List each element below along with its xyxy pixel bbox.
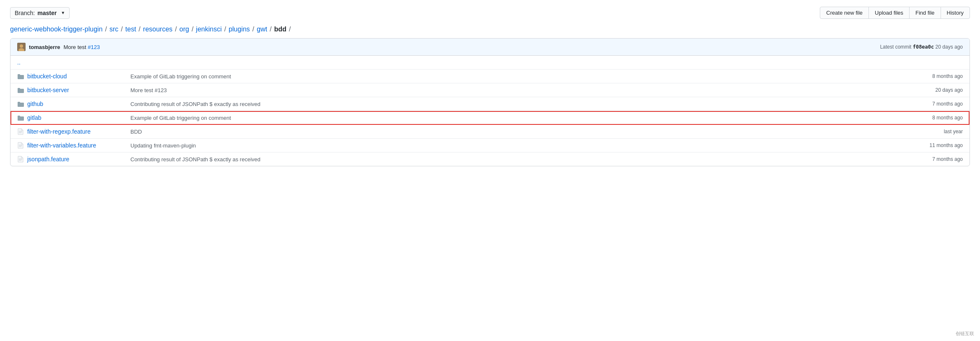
branch-name: master	[37, 10, 57, 16]
find-file-button[interactable]: Find file	[909, 7, 941, 19]
file-name-link[interactable]: bitbucket-server	[27, 87, 69, 93]
commit-header: tomasbjerre More test #123 Latest commit…	[10, 39, 970, 56]
create-new-file-button[interactable]: Create new file	[820, 7, 869, 19]
file-name-link[interactable]: filter-with-regexp.feature	[27, 128, 91, 135]
branch-label: Branch:	[15, 10, 35, 16]
table-row: gitlabExample of GitLab triggering on co…	[10, 111, 970, 125]
file-name-col: gitlab	[27, 114, 124, 121]
top-bar: Branch: master ▼ Create new file Upload …	[10, 7, 970, 19]
file-message-col: Updating fmt-maven-plugin	[124, 142, 912, 149]
upload-files-button[interactable]: Upload files	[868, 7, 910, 19]
file-time-col: 20 days ago	[912, 87, 963, 93]
breadcrumb-sep-9: /	[289, 26, 291, 33]
avatar	[17, 43, 26, 51]
file-rows-container: bitbucket-cloudExample of GitLab trigger…	[10, 70, 970, 166]
commit-message: More test #123	[63, 44, 100, 50]
file-message-col: Example of GitLab triggering on comment	[124, 73, 912, 80]
branch-chevron-icon: ▼	[61, 10, 65, 15]
file-message-col: Contributing result of JSONPath $ exactl…	[124, 156, 912, 163]
commit-header-left: tomasbjerre More test #123	[17, 43, 100, 51]
file-message-col: More test #123	[124, 87, 912, 93]
breadcrumb-resources-link[interactable]: resources	[143, 26, 172, 33]
file-icon	[17, 156, 24, 163]
table-row: filter-with-variables.featureUpdating fm…	[10, 139, 970, 152]
commit-author: tomasbjerre	[29, 44, 60, 50]
parent-directory-link[interactable]: ..	[17, 59, 21, 66]
breadcrumb-sep-4: /	[175, 26, 177, 33]
breadcrumb-sep-8: /	[270, 26, 271, 33]
branch-actions: Create new file Upload files Find file H…	[820, 7, 970, 19]
file-name-link[interactable]: bitbucket-cloud	[27, 73, 67, 80]
folder-icon	[17, 88, 24, 93]
file-name-col: filter-with-regexp.feature	[27, 128, 124, 135]
breadcrumb-sep-7: /	[252, 26, 254, 33]
file-message-col: Contributing result of JSONPath $ exactl…	[124, 101, 912, 107]
breadcrumb-sep-3: /	[139, 26, 140, 33]
svg-point-1	[20, 44, 23, 48]
breadcrumb-gwt-link[interactable]: gwt	[257, 26, 267, 33]
table-row: bitbucket-cloudExample of GitLab trigger…	[10, 70, 970, 83]
file-time-col: last year	[912, 129, 963, 134]
table-row: jsonpath.featureContributing result of J…	[10, 152, 970, 166]
file-time-col: 7 months ago	[912, 101, 963, 107]
file-name-link[interactable]: gitlab	[27, 114, 41, 121]
file-name-col: jsonpath.feature	[27, 156, 124, 163]
breadcrumb: generic-webhook-trigger-plugin / src / t…	[10, 26, 970, 33]
table-row: githubContributing result of JSONPath $ …	[10, 97, 970, 111]
folder-icon	[17, 74, 24, 79]
file-icon	[17, 128, 24, 135]
breadcrumb-test-link[interactable]: test	[125, 26, 136, 33]
table-row: bitbucket-serverMore test #12320 days ag…	[10, 83, 970, 97]
table-row: filter-with-regexp.featureBDDlast year	[10, 125, 970, 139]
breadcrumb-org-link[interactable]: org	[179, 26, 189, 33]
file-name-col: filter-with-variables.feature	[27, 142, 124, 149]
file-time-col: 11 months ago	[912, 142, 963, 148]
breadcrumb-sep-6: /	[224, 26, 226, 33]
folder-icon	[17, 115, 24, 121]
file-name-link[interactable]: filter-with-variables.feature	[27, 142, 96, 149]
commit-hash: f08ea0c	[913, 44, 934, 50]
breadcrumb-current: bdd	[274, 26, 286, 33]
commit-issue-link[interactable]: #123	[88, 44, 100, 50]
commit-time: 20 days ago	[936, 44, 963, 50]
file-message-col: Example of GitLab triggering on comment	[124, 115, 912, 121]
file-name-link[interactable]: github	[27, 101, 43, 107]
breadcrumb-plugins-link[interactable]: plugins	[229, 26, 250, 33]
file-time-col: 7 months ago	[912, 156, 963, 162]
breadcrumb-jenkinsci-link[interactable]: jenkinsci	[196, 26, 221, 33]
breadcrumb-sep-2: /	[121, 26, 122, 33]
branch-selector[interactable]: Branch: master ▼	[10, 7, 70, 19]
file-table: tomasbjerre More test #123 Latest commit…	[10, 38, 970, 166]
parent-directory-row: ..	[10, 56, 970, 70]
file-time-col: 8 months ago	[912, 115, 963, 121]
breadcrumb-root-link[interactable]: generic-webhook-trigger-plugin	[10, 26, 103, 33]
file-name-col: bitbucket-cloud	[27, 73, 124, 80]
history-button[interactable]: History	[941, 7, 970, 19]
file-name-link[interactable]: jsonpath.feature	[27, 156, 69, 163]
file-message-col: BDD	[124, 129, 912, 135]
file-icon	[17, 142, 24, 149]
file-time-col: 8 months ago	[912, 73, 963, 79]
breadcrumb-sep-5: /	[192, 26, 193, 33]
folder-icon	[17, 101, 24, 107]
file-name-col: github	[27, 101, 124, 107]
commit-header-right: Latest commit f08ea0c 20 days ago	[880, 44, 963, 50]
file-name-col: bitbucket-server	[27, 87, 124, 93]
breadcrumb-sep-1: /	[105, 26, 107, 33]
breadcrumb-src-link[interactable]: src	[109, 26, 118, 33]
